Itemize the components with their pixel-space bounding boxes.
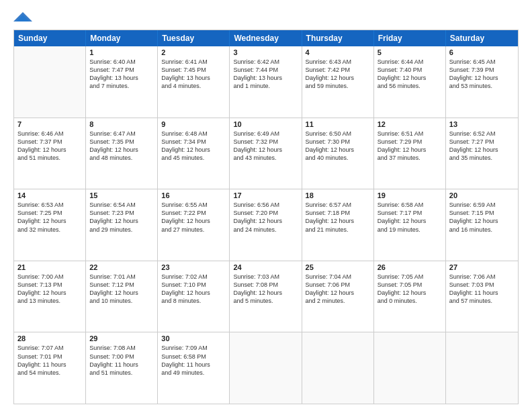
cell-line: Sunset: 7:34 PM [161,138,226,146]
day-number: 17 [233,191,298,199]
calendar-header: SundayMondayTuesdayWednesdayThursdayFrid… [14,30,518,46]
day-number: 11 [306,120,370,128]
cell-line: Sunset: 7:01 PM [17,353,82,361]
cell-line: Daylight: 12 hours [233,217,298,225]
cell-line: and 45 minutes. [161,154,226,162]
day-cell-18: 18Sunrise: 6:57 AMSunset: 7:18 PMDayligh… [302,189,374,261]
header-day-thursday: Thursday [302,30,374,46]
cell-line: Daylight: 12 hours [17,146,82,154]
day-number: 30 [161,334,226,342]
day-number: 25 [306,263,370,271]
day-number: 28 [17,334,82,342]
logo [13,11,35,24]
cell-line: Sunrise: 6:53 AM [17,201,82,209]
cell-line: Sunrise: 6:49 AM [233,130,298,138]
cell-line: Sunset: 7:23 PM [89,209,154,217]
cell-line: Sunset: 7:45 PM [161,66,226,74]
cell-line: Daylight: 12 hours [306,74,370,82]
cell-line: and 1 minute. [233,82,298,90]
cell-line: Sunset: 7:18 PM [306,209,370,217]
empty-cell [230,332,302,404]
cell-line: Sunrise: 6:48 AM [161,130,226,138]
day-cell-13: 13Sunrise: 6:52 AMSunset: 7:27 PMDayligh… [446,118,518,189]
cell-line: Sunrise: 7:08 AM [89,344,154,352]
cell-line: Sunrise: 6:54 AM [89,201,154,209]
empty-cell [374,332,446,404]
day-cell-17: 17Sunrise: 6:56 AMSunset: 7:20 PMDayligh… [230,189,302,261]
cell-line: and 10 minutes. [89,297,154,305]
day-cell-7: 7Sunrise: 6:46 AMSunset: 7:37 PMDaylight… [14,118,86,189]
cell-line: and 29 minutes. [89,226,154,234]
week-row-1: 7Sunrise: 6:46 AMSunset: 7:37 PMDaylight… [14,118,518,189]
cell-line: Daylight: 12 hours [449,74,515,82]
header-day-saturday: Saturday [446,30,518,46]
day-cell-24: 24Sunrise: 7:03 AMSunset: 7:08 PMDayligh… [230,261,302,332]
cell-line: Sunrise: 6:52 AM [449,130,515,138]
cell-line: Sunset: 7:42 PM [306,66,370,74]
cell-line: and 0 minutes. [378,297,442,305]
cell-line: Sunset: 7:05 PM [378,281,442,289]
header-day-monday: Monday [86,30,158,46]
cell-line: Daylight: 12 hours [161,289,226,297]
empty-cell [302,332,374,404]
cell-line: Daylight: 11 hours [17,361,82,369]
header-day-friday: Friday [374,30,446,46]
day-number: 20 [449,191,515,199]
cell-line: Daylight: 13 hours [233,74,298,82]
cell-line: Sunrise: 6:50 AM [306,130,370,138]
cell-line: and 51 minutes. [89,369,154,377]
cell-line: and 59 minutes. [306,82,370,90]
cell-line: Sunset: 7:13 PM [17,281,82,289]
cell-line: Daylight: 12 hours [89,217,154,225]
cell-line: Sunrise: 7:07 AM [17,344,82,352]
cell-line: and 32 minutes. [17,226,82,234]
cell-line: Sunset: 7:03 PM [449,281,515,289]
cell-line: Sunset: 7:10 PM [161,281,226,289]
cell-line: Daylight: 11 hours [161,361,226,369]
cell-line: Daylight: 12 hours [306,217,370,225]
cell-line: Sunset: 7:29 PM [378,138,442,146]
day-cell-21: 21Sunrise: 7:00 AMSunset: 7:13 PMDayligh… [14,261,86,332]
cell-line: Daylight: 12 hours [378,217,442,225]
cell-line: Daylight: 12 hours [233,146,298,154]
day-cell-1: 1Sunrise: 6:40 AMSunset: 7:47 PMDaylight… [86,46,158,118]
cell-line: Sunset: 7:44 PM [233,66,298,74]
cell-line: Sunrise: 6:40 AM [89,58,154,66]
day-number: 2 [161,48,226,56]
day-number: 16 [161,191,226,199]
cell-line: and 19 minutes. [378,226,442,234]
cell-line: Sunset: 7:00 PM [89,353,154,361]
day-cell-4: 4Sunrise: 6:43 AMSunset: 7:42 PMDaylight… [302,46,374,118]
cell-line: and 56 minutes. [378,82,442,90]
cell-line: Sunrise: 6:51 AM [378,130,442,138]
day-cell-26: 26Sunrise: 7:05 AMSunset: 7:05 PMDayligh… [374,261,446,332]
cell-line: and 57 minutes. [449,297,515,305]
page: SundayMondayTuesdayWednesdayThursdayFrid… [0,0,532,411]
day-cell-29: 29Sunrise: 7:08 AMSunset: 7:00 PMDayligh… [86,332,158,404]
cell-line: Daylight: 12 hours [449,146,515,154]
cell-line: Sunset: 7:32 PM [233,138,298,146]
cell-line: Sunset: 7:40 PM [378,66,442,74]
cell-line: and 35 minutes. [449,154,515,162]
cell-line: Sunrise: 6:57 AM [306,201,370,209]
day-number: 13 [449,120,515,128]
cell-line: Sunrise: 7:03 AM [233,273,298,281]
cell-line: Sunset: 7:08 PM [233,281,298,289]
cell-line: and 5 minutes. [233,297,298,305]
header [13,11,519,24]
day-number: 10 [233,120,298,128]
cell-line: Daylight: 13 hours [89,74,154,82]
day-cell-3: 3Sunrise: 6:42 AMSunset: 7:44 PMDaylight… [230,46,302,118]
day-number: 15 [89,191,154,199]
day-cell-5: 5Sunrise: 6:44 AMSunset: 7:40 PMDaylight… [374,46,446,118]
cell-line: Daylight: 12 hours [378,74,442,82]
cell-line: Sunset: 7:15 PM [449,209,515,217]
cell-line: Sunset: 7:12 PM [89,281,154,289]
day-cell-12: 12Sunrise: 6:51 AMSunset: 7:29 PMDayligh… [374,118,446,189]
cell-line: Sunrise: 6:45 AM [449,58,515,66]
day-cell-30: 30Sunrise: 7:09 AMSunset: 6:58 PMDayligh… [158,332,230,404]
day-cell-25: 25Sunrise: 7:04 AMSunset: 7:06 PMDayligh… [302,261,374,332]
cell-line: Sunrise: 6:47 AM [89,130,154,138]
day-cell-6: 6Sunrise: 6:45 AMSunset: 7:39 PMDaylight… [446,46,518,118]
cell-line: and 40 minutes. [306,154,370,162]
